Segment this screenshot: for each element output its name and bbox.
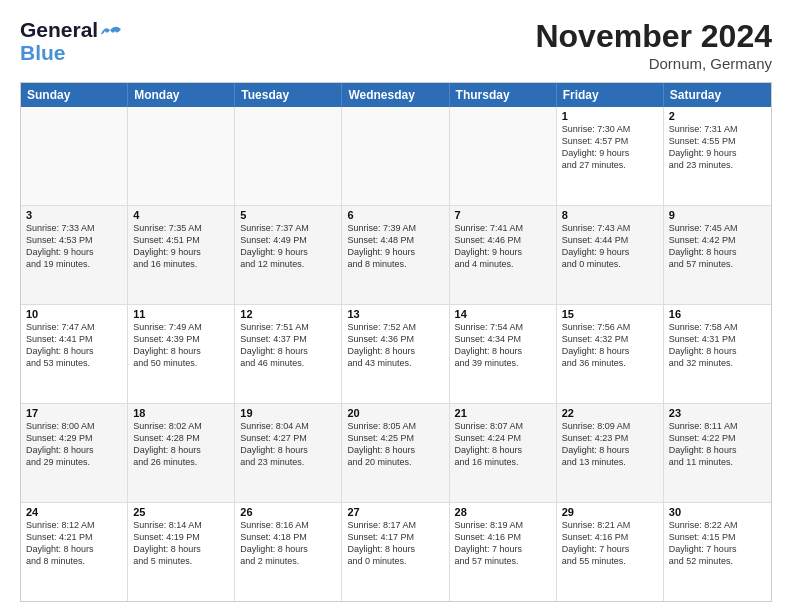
day-info: Sunrise: 7:47 AM Sunset: 4:41 PM Dayligh… bbox=[26, 321, 122, 370]
day-number: 13 bbox=[347, 308, 443, 320]
day-number: 26 bbox=[240, 506, 336, 518]
day-info: Sunrise: 7:31 AM Sunset: 4:55 PM Dayligh… bbox=[669, 123, 766, 172]
empty-cell bbox=[450, 107, 557, 205]
day-cell-25: 25Sunrise: 8:14 AM Sunset: 4:19 PM Dayli… bbox=[128, 503, 235, 601]
day-number: 20 bbox=[347, 407, 443, 419]
day-info: Sunrise: 8:05 AM Sunset: 4:25 PM Dayligh… bbox=[347, 420, 443, 469]
logo-general: General bbox=[20, 18, 98, 41]
day-cell-24: 24Sunrise: 8:12 AM Sunset: 4:21 PM Dayli… bbox=[21, 503, 128, 601]
day-number: 16 bbox=[669, 308, 766, 320]
day-info: Sunrise: 8:17 AM Sunset: 4:17 PM Dayligh… bbox=[347, 519, 443, 568]
header-wednesday: Wednesday bbox=[342, 83, 449, 107]
day-cell-22: 22Sunrise: 8:09 AM Sunset: 4:23 PM Dayli… bbox=[557, 404, 664, 502]
day-info: Sunrise: 7:33 AM Sunset: 4:53 PM Dayligh… bbox=[26, 222, 122, 271]
day-info: Sunrise: 8:00 AM Sunset: 4:29 PM Dayligh… bbox=[26, 420, 122, 469]
day-number: 3 bbox=[26, 209, 122, 221]
day-number: 22 bbox=[562, 407, 658, 419]
day-cell-7: 7Sunrise: 7:41 AM Sunset: 4:46 PM Daylig… bbox=[450, 206, 557, 304]
bird-logo-icon bbox=[100, 22, 122, 38]
day-number: 18 bbox=[133, 407, 229, 419]
calendar-row-5: 24Sunrise: 8:12 AM Sunset: 4:21 PM Dayli… bbox=[21, 502, 771, 601]
day-number: 9 bbox=[669, 209, 766, 221]
day-cell-4: 4Sunrise: 7:35 AM Sunset: 4:51 PM Daylig… bbox=[128, 206, 235, 304]
day-cell-14: 14Sunrise: 7:54 AM Sunset: 4:34 PM Dayli… bbox=[450, 305, 557, 403]
day-cell-28: 28Sunrise: 8:19 AM Sunset: 4:16 PM Dayli… bbox=[450, 503, 557, 601]
day-info: Sunrise: 8:09 AM Sunset: 4:23 PM Dayligh… bbox=[562, 420, 658, 469]
day-cell-8: 8Sunrise: 7:43 AM Sunset: 4:44 PM Daylig… bbox=[557, 206, 664, 304]
day-info: Sunrise: 7:45 AM Sunset: 4:42 PM Dayligh… bbox=[669, 222, 766, 271]
day-cell-20: 20Sunrise: 8:05 AM Sunset: 4:25 PM Dayli… bbox=[342, 404, 449, 502]
header: General Blue November 2024 Dornum, Germa… bbox=[20, 18, 772, 72]
day-number: 29 bbox=[562, 506, 658, 518]
day-number: 19 bbox=[240, 407, 336, 419]
title-block: November 2024 Dornum, Germany bbox=[535, 18, 772, 72]
day-info: Sunrise: 7:41 AM Sunset: 4:46 PM Dayligh… bbox=[455, 222, 551, 271]
calendar-header: Sunday Monday Tuesday Wednesday Thursday… bbox=[21, 83, 771, 107]
day-number: 12 bbox=[240, 308, 336, 320]
day-number: 15 bbox=[562, 308, 658, 320]
day-cell-1: 1Sunrise: 7:30 AM Sunset: 4:57 PM Daylig… bbox=[557, 107, 664, 205]
day-info: Sunrise: 7:52 AM Sunset: 4:36 PM Dayligh… bbox=[347, 321, 443, 370]
day-info: Sunrise: 7:49 AM Sunset: 4:39 PM Dayligh… bbox=[133, 321, 229, 370]
day-info: Sunrise: 7:30 AM Sunset: 4:57 PM Dayligh… bbox=[562, 123, 658, 172]
day-number: 8 bbox=[562, 209, 658, 221]
day-number: 1 bbox=[562, 110, 658, 122]
header-thursday: Thursday bbox=[450, 83, 557, 107]
day-info: Sunrise: 7:51 AM Sunset: 4:37 PM Dayligh… bbox=[240, 321, 336, 370]
day-number: 24 bbox=[26, 506, 122, 518]
day-cell-27: 27Sunrise: 8:17 AM Sunset: 4:17 PM Dayli… bbox=[342, 503, 449, 601]
page: General Blue November 2024 Dornum, Germa… bbox=[0, 0, 792, 612]
day-number: 27 bbox=[347, 506, 443, 518]
day-info: Sunrise: 8:21 AM Sunset: 4:16 PM Dayligh… bbox=[562, 519, 658, 568]
calendar-row-2: 3Sunrise: 7:33 AM Sunset: 4:53 PM Daylig… bbox=[21, 205, 771, 304]
day-cell-3: 3Sunrise: 7:33 AM Sunset: 4:53 PM Daylig… bbox=[21, 206, 128, 304]
day-cell-6: 6Sunrise: 7:39 AM Sunset: 4:48 PM Daylig… bbox=[342, 206, 449, 304]
location: Dornum, Germany bbox=[535, 55, 772, 72]
day-cell-26: 26Sunrise: 8:16 AM Sunset: 4:18 PM Dayli… bbox=[235, 503, 342, 601]
day-number: 10 bbox=[26, 308, 122, 320]
day-cell-18: 18Sunrise: 8:02 AM Sunset: 4:28 PM Dayli… bbox=[128, 404, 235, 502]
day-info: Sunrise: 8:11 AM Sunset: 4:22 PM Dayligh… bbox=[669, 420, 766, 469]
day-number: 2 bbox=[669, 110, 766, 122]
day-cell-13: 13Sunrise: 7:52 AM Sunset: 4:36 PM Dayli… bbox=[342, 305, 449, 403]
calendar-row-3: 10Sunrise: 7:47 AM Sunset: 4:41 PM Dayli… bbox=[21, 304, 771, 403]
day-info: Sunrise: 7:56 AM Sunset: 4:32 PM Dayligh… bbox=[562, 321, 658, 370]
day-number: 17 bbox=[26, 407, 122, 419]
day-info: Sunrise: 8:14 AM Sunset: 4:19 PM Dayligh… bbox=[133, 519, 229, 568]
header-saturday: Saturday bbox=[664, 83, 771, 107]
day-cell-12: 12Sunrise: 7:51 AM Sunset: 4:37 PM Dayli… bbox=[235, 305, 342, 403]
header-friday: Friday bbox=[557, 83, 664, 107]
calendar-row-1: 1Sunrise: 7:30 AM Sunset: 4:57 PM Daylig… bbox=[21, 107, 771, 205]
day-number: 11 bbox=[133, 308, 229, 320]
day-cell-5: 5Sunrise: 7:37 AM Sunset: 4:49 PM Daylig… bbox=[235, 206, 342, 304]
day-info: Sunrise: 8:12 AM Sunset: 4:21 PM Dayligh… bbox=[26, 519, 122, 568]
day-info: Sunrise: 8:07 AM Sunset: 4:24 PM Dayligh… bbox=[455, 420, 551, 469]
day-cell-11: 11Sunrise: 7:49 AM Sunset: 4:39 PM Dayli… bbox=[128, 305, 235, 403]
calendar-body: 1Sunrise: 7:30 AM Sunset: 4:57 PM Daylig… bbox=[21, 107, 771, 601]
day-cell-2: 2Sunrise: 7:31 AM Sunset: 4:55 PM Daylig… bbox=[664, 107, 771, 205]
header-tuesday: Tuesday bbox=[235, 83, 342, 107]
day-info: Sunrise: 8:04 AM Sunset: 4:27 PM Dayligh… bbox=[240, 420, 336, 469]
day-number: 30 bbox=[669, 506, 766, 518]
day-cell-23: 23Sunrise: 8:11 AM Sunset: 4:22 PM Dayli… bbox=[664, 404, 771, 502]
empty-cell bbox=[128, 107, 235, 205]
day-cell-21: 21Sunrise: 8:07 AM Sunset: 4:24 PM Dayli… bbox=[450, 404, 557, 502]
day-number: 23 bbox=[669, 407, 766, 419]
day-cell-19: 19Sunrise: 8:04 AM Sunset: 4:27 PM Dayli… bbox=[235, 404, 342, 502]
day-info: Sunrise: 7:39 AM Sunset: 4:48 PM Dayligh… bbox=[347, 222, 443, 271]
day-info: Sunrise: 8:22 AM Sunset: 4:15 PM Dayligh… bbox=[669, 519, 766, 568]
day-info: Sunrise: 7:37 AM Sunset: 4:49 PM Dayligh… bbox=[240, 222, 336, 271]
day-cell-10: 10Sunrise: 7:47 AM Sunset: 4:41 PM Dayli… bbox=[21, 305, 128, 403]
day-number: 7 bbox=[455, 209, 551, 221]
day-info: Sunrise: 8:02 AM Sunset: 4:28 PM Dayligh… bbox=[133, 420, 229, 469]
calendar-row-4: 17Sunrise: 8:00 AM Sunset: 4:29 PM Dayli… bbox=[21, 403, 771, 502]
calendar: Sunday Monday Tuesday Wednesday Thursday… bbox=[20, 82, 772, 602]
header-monday: Monday bbox=[128, 83, 235, 107]
header-sunday: Sunday bbox=[21, 83, 128, 107]
day-info: Sunrise: 8:16 AM Sunset: 4:18 PM Dayligh… bbox=[240, 519, 336, 568]
day-cell-17: 17Sunrise: 8:00 AM Sunset: 4:29 PM Dayli… bbox=[21, 404, 128, 502]
day-number: 5 bbox=[240, 209, 336, 221]
day-info: Sunrise: 7:35 AM Sunset: 4:51 PM Dayligh… bbox=[133, 222, 229, 271]
logo-blue: Blue bbox=[20, 41, 122, 64]
empty-cell bbox=[21, 107, 128, 205]
